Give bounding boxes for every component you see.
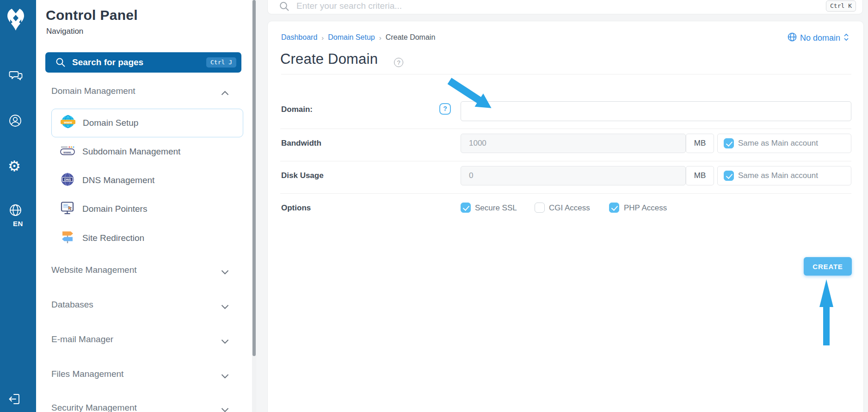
sidebar-search-button[interactable]: Search for pages Ctrl J [45,52,241,73]
breadcrumb-separator: › [379,34,382,42]
breadcrumb-domain-setup[interactable]: Domain Setup [328,33,375,42]
global-search-placeholder: Enter your search criteria... [296,1,402,11]
create-domain-page: Dashboard › Domain Setup › Create Domain… [267,21,864,412]
user-account-icon[interactable] [9,114,22,129]
browser-www-icon: www. [60,143,75,160]
domain-selector-label: No domain [800,33,840,43]
globe-www-icon: www [60,114,76,132]
annotation-arrow-create-button [819,278,834,371]
section-label: Domain Management [51,86,135,96]
sidebar-section-website-management[interactable]: Website Management [51,265,233,275]
cgi-access-checkbox[interactable] [535,203,545,213]
bandwidth-unit: MB [686,134,714,153]
sidebar-item-label: Site Redirection [82,233,144,243]
breadcrumb: Dashboard › Domain Setup › Create Domain [281,33,435,42]
breadcrumb-dashboard[interactable]: Dashboard [281,33,317,42]
sidebar-item-site-redirection[interactable]: Site Redirection [51,224,243,252]
sidebar-item-label: Domain Pointers [82,204,147,214]
sidebar-item-domain-pointers[interactable]: Domain Pointers [51,195,243,223]
bandwidth-same-checkbox[interactable] [724,138,734,148]
section-label: Databases [51,300,93,309]
secure-ssl-label[interactable]: Secure SSL [475,203,517,213]
app-root: ⚙ EN Control Panel Navigation [0,0,868,412]
globe-icon [788,32,797,44]
chevron-down-icon [221,336,229,346]
disk-same-label: Same as Main account [738,171,818,180]
bandwidth-input [461,134,686,153]
create-button[interactable]: CREATE [804,257,852,276]
dns-globe-icon: DNS [60,172,75,189]
scrollbar-thumb[interactable] [252,0,256,356]
sort-chevrons-icon [843,33,849,43]
domain-selector-dropdown[interactable]: No domain [788,32,849,44]
domain-input[interactable] [461,101,851,121]
chevron-down-icon [221,371,229,381]
secure-ssl-checkbox[interactable] [461,203,471,213]
sidebar-scrollbar[interactable] [252,0,256,412]
search-icon [55,57,66,69]
logout-icon[interactable] [8,392,21,408]
disk-usage-input [461,166,686,185]
language-code[interactable]: EN [0,220,36,228]
sidebar-title: Control Panel [46,7,138,23]
section-label: Files Management [51,369,123,379]
php-access-label[interactable]: PHP Access [624,203,667,213]
options-label: Options [281,203,311,213]
page-title: Create Domain [280,51,378,68]
settings-gear-icon[interactable]: ⚙ [8,159,21,173]
chevron-down-icon [221,301,229,312]
breadcrumb-current: Create Domain [386,33,436,42]
sidebar-item-dns-management[interactable]: DNS DNS Management [51,166,243,195]
sidebar-search-label: Search for pages [72,57,143,68]
icon-rail: ⚙ EN [0,0,36,412]
title-divider [281,74,851,74]
signpost-icon [60,229,75,247]
section-label: E-mail Manager [51,334,113,344]
disk-same-checkbox[interactable] [724,171,734,181]
global-search-bar[interactable]: Enter your search criteria... Ctrl K [267,0,863,14]
svg-text:www.: www. [63,151,72,154]
bandwidth-same-as-main[interactable]: Same as Main account [717,134,851,153]
section-label: Website Management [51,265,136,275]
sidebar-item-subdomain-management[interactable]: www. Subdomain Management [51,137,243,166]
search-icon [279,1,289,13]
monitor-pointer-icon [60,200,75,218]
disk-usage-unit: MB [686,166,714,185]
section-label: Security Management [51,403,137,412]
sidebar-section-email-manager[interactable]: E-mail Manager [51,334,233,344]
sidebar-item-label: Domain Setup [83,118,138,128]
sidebar-search-shortcut: Ctrl J [206,57,236,68]
sidebar-section-databases[interactable]: Databases [51,300,233,310]
sidebar-subtitle: Navigation [46,27,83,36]
bandwidth-same-label: Same as Main account [738,139,818,148]
breadcrumb-separator: › [321,34,324,42]
chevron-down-icon [221,405,229,412]
page-help-icon[interactable]: ? [394,58,403,67]
sidebar-section-domain-management[interactable]: Domain Management [51,86,233,96]
domain-label: Domain: [281,105,313,114]
chevron-down-icon [221,267,229,277]
domain-help-icon[interactable]: ? [439,103,451,115]
sidebar-item-label: DNS Management [82,175,154,185]
global-search-shortcut: Ctrl K [826,0,856,12]
language-globe-icon[interactable] [9,204,22,218]
sidebar-section-files-management[interactable]: Files Management [51,369,233,379]
sidebar-item-label: Subdomain Management [82,147,180,157]
sidebar-item-domain-setup[interactable]: www Domain Setup [51,109,243,137]
app-logo-icon[interactable] [5,6,26,34]
disk-same-as-main[interactable]: Same as Main account [717,166,851,185]
disk-usage-label: Disk Usage [281,171,324,180]
php-access-checkbox[interactable] [609,203,619,213]
chevron-up-icon [221,88,229,98]
sidebar-section-security-management[interactable]: Security Management [51,403,233,412]
bandwidth-label: Bandwidth [281,139,321,148]
cgi-access-label[interactable]: CGI Access [549,203,590,213]
support-chat-icon[interactable] [9,69,23,84]
svg-text:www: www [63,120,72,124]
svg-text:DNS: DNS [64,178,71,181]
sidebar-navigation: Control Panel Navigation Search for page… [36,0,252,412]
